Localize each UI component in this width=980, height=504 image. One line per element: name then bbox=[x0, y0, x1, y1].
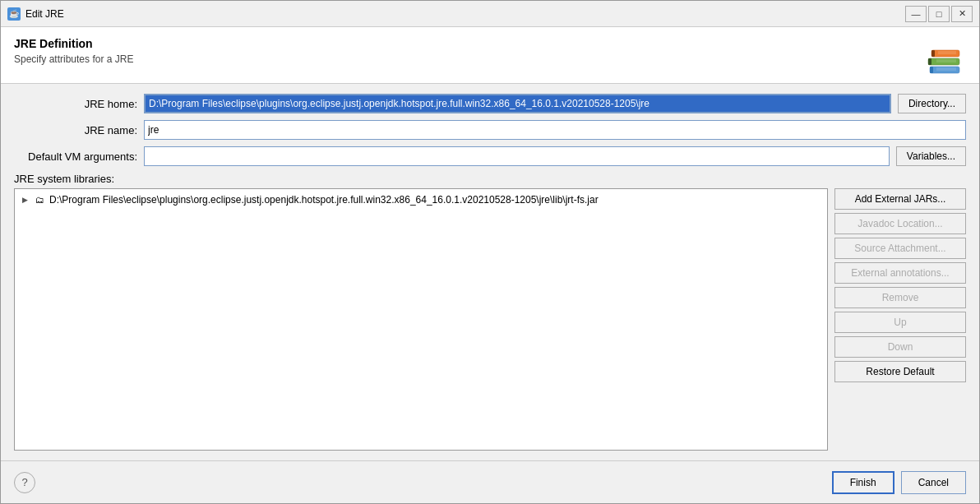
close-button[interactable]: ✕ bbox=[951, 6, 973, 22]
jre-name-label: JRE name: bbox=[14, 124, 137, 136]
footer-left: ? bbox=[14, 472, 35, 493]
source-attachment-button[interactable]: Source Attachment... bbox=[834, 238, 966, 259]
footer-right: Finish Cancel bbox=[832, 471, 966, 494]
title-bar-title: Edit JRE bbox=[25, 8, 64, 20]
title-bar: ☕ Edit JRE — □ ✕ bbox=[1, 1, 979, 27]
jre-home-label: JRE home: bbox=[14, 98, 137, 110]
variables-button[interactable]: Variables... bbox=[896, 146, 966, 166]
jar-icon: 🗂 bbox=[33, 193, 46, 206]
finish-button[interactable]: Finish bbox=[832, 471, 894, 494]
jre-home-input[interactable] bbox=[144, 94, 891, 113]
tree-item-text: D:\Program Files\eclipse\plugins\org.ecl… bbox=[49, 194, 599, 206]
up-button[interactable]: Up bbox=[834, 312, 966, 333]
header-icon bbox=[927, 37, 966, 76]
svg-rect-5 bbox=[931, 50, 935, 57]
jre-name-input[interactable] bbox=[144, 120, 966, 140]
title-bar-controls: — □ ✕ bbox=[905, 6, 973, 22]
restore-default-button[interactable]: Restore Default bbox=[834, 361, 966, 382]
remove-button[interactable]: Remove bbox=[834, 287, 966, 308]
jre-home-row: JRE home: Directory... bbox=[14, 94, 966, 113]
down-button[interactable]: Down bbox=[834, 336, 966, 358]
dialog-subtitle: Specify attributes for a JRE bbox=[14, 53, 133, 65]
libraries-tree[interactable]: ▶ 🗂 D:\Program Files\eclipse\plugins\org… bbox=[14, 188, 828, 451]
add-external-jars-button[interactable]: Add External JARs... bbox=[834, 188, 966, 210]
svg-rect-1 bbox=[930, 67, 933, 73]
libraries-section: JRE system libraries: ▶ 🗂 D:\Program Fil… bbox=[14, 173, 966, 451]
vm-args-input[interactable] bbox=[144, 146, 890, 166]
tree-arrow-icon: ▶ bbox=[20, 195, 30, 205]
book-stack-icon bbox=[927, 37, 966, 76]
tree-item[interactable]: ▶ 🗂 D:\Program Files\eclipse\plugins\org… bbox=[16, 191, 825, 209]
vm-args-row: Default VM arguments: Variables... bbox=[14, 146, 966, 166]
dialog-header: JRE Definition Specify attributes for a … bbox=[1, 27, 979, 84]
minimize-button[interactable]: — bbox=[905, 6, 927, 22]
libraries-content: ▶ 🗂 D:\Program Files\eclipse\plugins\org… bbox=[14, 188, 966, 451]
title-bar-icon: ☕ bbox=[7, 7, 21, 21]
maximize-button[interactable]: □ bbox=[928, 6, 950, 22]
vm-args-label: Default VM arguments: bbox=[14, 150, 137, 163]
help-button[interactable]: ? bbox=[14, 472, 35, 493]
dialog-content: JRE home: Directory... JRE name: Default… bbox=[1, 84, 979, 460]
dialog-header-text: JRE Definition Specify attributes for a … bbox=[14, 37, 133, 65]
title-bar-left: ☕ Edit JRE bbox=[7, 7, 64, 21]
dialog-title: JRE Definition bbox=[14, 37, 133, 50]
svg-rect-3 bbox=[928, 58, 931, 65]
directory-button[interactable]: Directory... bbox=[898, 94, 966, 113]
library-buttons: Add External JARs... Javadoc Location...… bbox=[834, 188, 966, 451]
jre-name-row: JRE name: bbox=[14, 120, 966, 140]
cancel-button[interactable]: Cancel bbox=[901, 471, 966, 494]
external-annotations-button[interactable]: External annotations... bbox=[834, 262, 966, 284]
javadoc-location-button[interactable]: Javadoc Location... bbox=[834, 213, 966, 234]
dialog-footer: ? Finish Cancel bbox=[1, 460, 979, 503]
libraries-label: JRE system libraries: bbox=[14, 173, 966, 185]
edit-jre-dialog: ☕ Edit JRE — □ ✕ JRE Definition Specify … bbox=[0, 0, 980, 504]
